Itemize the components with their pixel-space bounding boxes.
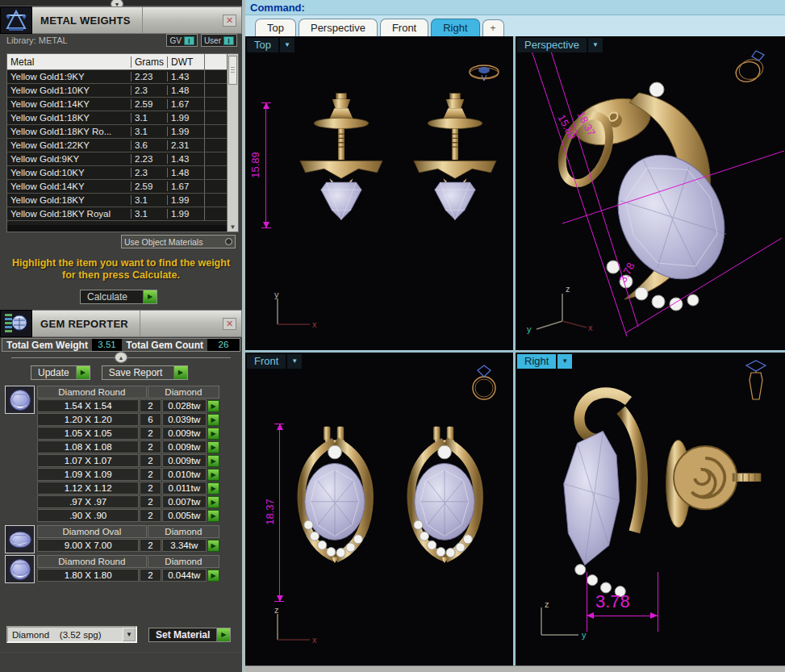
viewport-right-label[interactable]: Right ▼ [517, 354, 572, 369]
close-icon[interactable]: ✕ [223, 15, 236, 27]
viewport-tabs: Top Perspective Front Right + [245, 15, 785, 36]
save-report-button[interactable]: Save Report ▶ [102, 365, 188, 380]
tab-add[interactable]: + [482, 19, 504, 36]
ring-view-icon [741, 359, 770, 407]
table-row[interactable]: Yellow Gold1:9KY2.231.43 [7, 70, 227, 84]
axis-indicator: y x [268, 290, 319, 332]
command-bar: Command: [245, 0, 785, 15]
gem-row[interactable]: 1.80 X 1.8020.044tw▶ [37, 569, 219, 582]
metal-table-header: Metal Grams DWT [7, 54, 227, 70]
user-toggle-button[interactable]: User I [201, 34, 237, 47]
gv-toggle-button[interactable]: GV I [166, 34, 197, 47]
dimension-line [265, 102, 266, 228]
scrollbar-thumb[interactable] [228, 56, 237, 85]
table-row[interactable]: Yellow Gold:14KY2.591.67 [7, 180, 227, 194]
close-icon[interactable]: ✕ [223, 318, 236, 330]
calculate-button[interactable]: Calculate ▶ [80, 290, 157, 304]
table-row[interactable]: Yellow Gold1:14KY2.591.67 [7, 98, 227, 111]
ring-view-icon [468, 362, 500, 404]
gem-row[interactable]: .97 X .9720.007tw▶ [37, 495, 219, 508]
gem-row[interactable]: 1.08 X 1.0820.009tw▶ [37, 440, 219, 453]
viewport-front-label[interactable]: Front ▼ [247, 354, 302, 369]
command-input[interactable] [305, 0, 785, 15]
scale-icon [0, 6, 32, 34]
viewport-perspective-label[interactable]: Perspective ▼ [517, 38, 603, 52]
axis-indicator: z y x [524, 282, 596, 339]
material-select[interactable]: Diamond (3.52 spg) ▼ [6, 626, 137, 643]
table-row[interactable]: Yellow Gold1:18KY Ro...3.11.99 [7, 125, 227, 139]
select-gem-button[interactable]: ▶ [207, 482, 219, 495]
viewport-front[interactable]: Front ▼ 18.37 z [245, 353, 513, 666]
select-gem-button[interactable]: ▶ [207, 469, 219, 481]
table-row[interactable]: Yellow Gold:18KY Royal3.11.99 [7, 207, 227, 221]
select-gem-button[interactable]: ▶ [207, 400, 219, 412]
update-button[interactable]: Update ▶ [31, 365, 90, 380]
select-gem-button[interactable]: ▶ [207, 510, 219, 522]
chevron-down-icon[interactable]: ▼ [123, 628, 136, 641]
gem-row[interactable]: 1.07 X 1.0720.009tw▶ [37, 454, 219, 467]
tab-front[interactable]: Front [380, 19, 428, 36]
play-icon: ▶ [216, 628, 230, 641]
command-label: Command: [245, 2, 305, 14]
total-gem-weight-label: Total Gem Weight [2, 340, 92, 351]
gem-row[interactable]: .90 X .9020.005tw▶ [37, 509, 219, 522]
gem-row[interactable]: 1.20 X 1.2060.039tw▶ [37, 413, 219, 426]
tab-right[interactable]: Right [431, 19, 479, 36]
svg-text:x: x [312, 319, 317, 329]
tab-perspective[interactable]: Perspective [299, 19, 378, 36]
gem-material-header: Diamond [148, 555, 219, 568]
table-row[interactable]: Yellow Gold1:10KY2.31.48 [7, 84, 227, 98]
select-gem-button[interactable]: ▶ [207, 428, 219, 440]
table-row[interactable]: Yellow Gold1:18KY3.11.99 [7, 111, 227, 125]
gem-reporter-icon [0, 310, 32, 337]
svg-text:3.78: 3.78 [616, 261, 637, 284]
svg-text:x: x [312, 635, 317, 645]
gem-row[interactable]: 1.54 X 1.5420.028tw▶ [37, 399, 219, 412]
earring-render [395, 425, 494, 564]
viewport-top[interactable]: Top ▼ 15.89 [245, 36, 513, 350]
chevron-down-icon[interactable]: ▼ [557, 354, 572, 369]
column-grams: Grams [131, 56, 167, 68]
dimension-label: 3.78 [595, 591, 630, 612]
round-gem-icon [5, 555, 35, 583]
gem-row[interactable]: 1.09 X 1.0920.010tw▶ [37, 468, 219, 481]
viewport-perspective[interactable]: Perspective ▼ [516, 36, 785, 350]
metal-table-scrollbar[interactable]: ▼ [227, 54, 238, 232]
round-gem-icon [5, 386, 35, 414]
set-material-button[interactable]: Set Material ▶ [148, 628, 231, 642]
gem-row[interactable]: 9.00 X 7.0023.34tw▶ [37, 539, 219, 552]
gem-row[interactable]: 1.05 X 1.0520.009tw▶ [37, 427, 219, 440]
chevron-down-icon[interactable]: ▼ [280, 38, 294, 52]
viewport-right[interactable]: Right ▼ [516, 353, 785, 666]
chevron-down-icon[interactable]: ▼ [588, 38, 603, 52]
gem-row[interactable]: 1.12 X 1.1220.011tw▶ [37, 482, 219, 495]
select-gem-button[interactable]: ▶ [207, 570, 219, 582]
play-icon: ▶ [173, 366, 187, 379]
app-window: ▼ METAL WEIGHTS ✕ Library: METAL [0, 0, 785, 672]
gem-reporter-header: GEM REPORTER ✕ [0, 310, 242, 337]
use-object-materials-dropdown[interactable]: Use Object Materials [121, 235, 236, 248]
table-row[interactable]: Yellow Gold:18KY3.11.99 [7, 194, 227, 207]
select-gem-button[interactable]: ▶ [207, 496, 219, 508]
gem-type-header: Diamond Round [37, 386, 147, 399]
gem-type-header: Diamond Oval [37, 525, 147, 538]
gem-group-round-1: Diamond Round Diamond 1.54 X 1.5420.028t… [5, 386, 219, 522]
select-gem-button[interactable]: ▶ [207, 441, 219, 453]
viewport-top-label[interactable]: Top ▼ [247, 38, 294, 52]
table-row[interactable]: Yellow Gold:10KY2.31.48 [7, 166, 227, 180]
tab-top[interactable]: Top [255, 19, 296, 36]
section-collapse-button[interactable]: ▲ [115, 352, 127, 363]
radio-icon [225, 238, 232, 245]
chevron-down-icon[interactable]: ▼ [287, 354, 302, 369]
scrollbar-down-arrow[interactable]: ▼ [228, 223, 238, 231]
table-row[interactable]: Yellow Gold1:22KY3.62.31 [7, 139, 227, 152]
column-dwt: DWT [167, 56, 204, 68]
select-gem-button[interactable]: ▶ [207, 455, 219, 467]
gem-material-header: Diamond [148, 525, 219, 538]
dimension-line [587, 616, 658, 616]
table-row[interactable]: Yellow Gold:9KY2.231.43 [7, 152, 227, 166]
select-gem-button[interactable]: ▶ [207, 414, 219, 426]
svg-text:y: y [527, 324, 532, 334]
play-icon: ▶ [76, 366, 90, 379]
select-gem-button[interactable]: ▶ [207, 540, 219, 552]
